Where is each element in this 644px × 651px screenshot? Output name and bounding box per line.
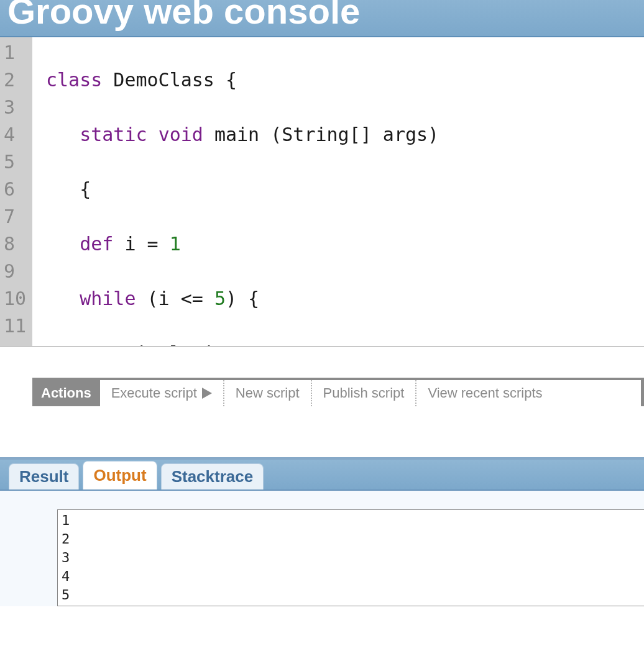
tab-stacktrace[interactable]: Stacktrace: [161, 463, 264, 489]
action-label: Publish script: [323, 385, 405, 401]
line-number: 6: [4, 176, 29, 203]
console-output: 1 2 3 4 5: [57, 509, 644, 606]
output-panel: Result Output Stacktrace 1 2 3 4 5: [0, 457, 644, 606]
line-number: 7: [4, 203, 29, 230]
app-header: Groovy web console: [0, 0, 644, 37]
action-label: New script: [236, 385, 300, 401]
code-line: static void main (String[] args): [46, 121, 644, 148]
output-body: 1 2 3 4 5: [0, 491, 644, 606]
publish-script-button[interactable]: Publish script: [312, 380, 417, 406]
actions-label: Actions: [32, 380, 100, 406]
line-number: 8: [4, 230, 29, 258]
line-number: 1: [4, 39, 29, 66]
code-line: {: [46, 176, 644, 203]
actions-toolbar: Actions Execute script New script Publis…: [32, 378, 644, 406]
tab-output[interactable]: Output: [83, 461, 157, 489]
tab-result[interactable]: Result: [9, 463, 79, 489]
line-number: 9: [4, 258, 29, 285]
code-line: def i = 1: [46, 230, 644, 258]
code-line: while (i <= 5) {: [46, 285, 644, 312]
output-tabs: Result Output Stacktrace: [0, 460, 644, 491]
svg-marker-0: [202, 388, 212, 399]
execute-script-button[interactable]: Execute script: [100, 380, 224, 406]
code-editor[interactable]: 1 2 3 4 5 6 7 8 9 10 11 class DemoClass …: [0, 37, 644, 347]
view-recent-scripts-button[interactable]: View recent scripts: [416, 380, 553, 406]
line-number: 10: [4, 285, 29, 312]
play-icon: [202, 388, 212, 399]
app-title: Groovy web console: [7, 0, 637, 31]
line-number-gutter: 1 2 3 4 5 6 7 8 9 10 11: [0, 37, 32, 346]
action-label: View recent scripts: [428, 385, 542, 401]
line-number: 5: [4, 148, 29, 176]
line-number: 11: [4, 312, 29, 340]
code-area[interactable]: class DemoClass { static void main (Stri…: [32, 37, 644, 346]
line-number: 2: [4, 66, 29, 94]
line-number: 4: [4, 121, 29, 148]
code-line: class DemoClass {: [46, 66, 644, 94]
action-label: Execute script: [111, 385, 197, 401]
line-number: 3: [4, 94, 29, 121]
new-script-button[interactable]: New script: [224, 380, 312, 406]
code-line: println i: [46, 340, 644, 347]
